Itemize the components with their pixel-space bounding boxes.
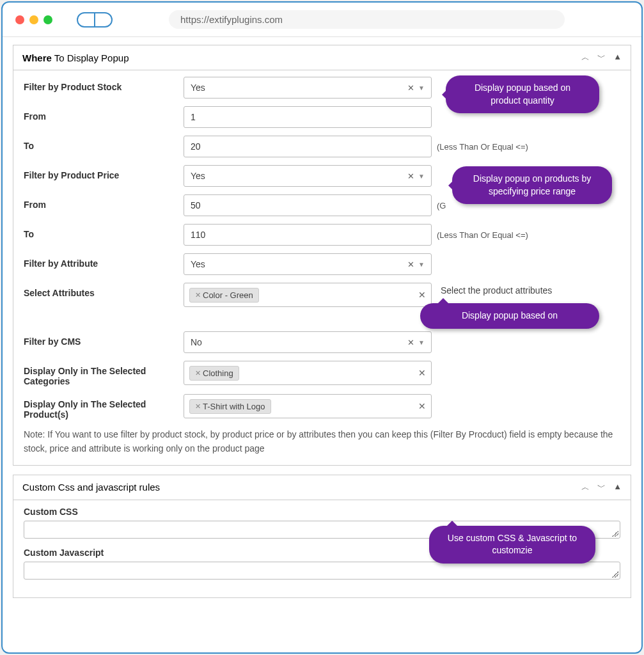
panel-custom-css-js: Custom Css and javascript rules ︿ ﹀ ▲ Cu…: [13, 475, 631, 598]
caret-down-icon: ▼: [418, 339, 425, 346]
select-price[interactable]: Yes ✕ ▼: [184, 165, 432, 187]
label-to-2: To: [24, 224, 184, 239]
clear-icon[interactable]: ✕: [418, 368, 426, 378]
window-maximize-icon[interactable]: [43, 15, 52, 24]
tag-tshirt[interactable]: ✕T-Shirt with Logo: [189, 399, 271, 414]
panel-header: Custom Css and javascript rules ︿ ﹀ ▲: [13, 475, 631, 500]
clear-icon[interactable]: ✕: [407, 171, 414, 181]
label-from-1: From: [24, 106, 184, 122]
label-products: Display Only in The Selected Product(s): [24, 394, 184, 420]
collapse-icon[interactable]: ▲: [613, 52, 622, 63]
callout-price: Display popup on products by specifying …: [452, 166, 612, 204]
input-to-1[interactable]: 20: [184, 136, 432, 157]
label-attribute: Filter by Attribute: [24, 253, 184, 269]
nav-toggle[interactable]: [77, 12, 113, 28]
label-stock: Filter by Product Stock: [24, 77, 184, 92]
chevron-up-icon[interactable]: ︿: [581, 482, 590, 493]
help-from-2: (G: [437, 194, 446, 210]
clear-icon[interactable]: ✕: [407, 83, 414, 93]
label-to-1: To: [24, 136, 184, 151]
callout-attribute: Display popup based on: [420, 303, 599, 329]
label-from-2: From: [24, 194, 184, 210]
tag-remove-icon[interactable]: ✕: [195, 291, 201, 299]
input-from-1[interactable]: 1: [184, 106, 432, 128]
browser-window: https://extifyplugins.com Where To Displ…: [1, 1, 643, 654]
chevron-up-icon[interactable]: ︿: [581, 52, 590, 63]
tagbox-products[interactable]: ✕T-Shirt with Logo ✕: [184, 394, 432, 418]
tag-color-green[interactable]: ✕Color - Green: [189, 288, 259, 303]
select-stock[interactable]: Yes ✕ ▼: [184, 77, 432, 99]
caret-down-icon: ▼: [418, 84, 425, 91]
window-minimize-icon[interactable]: [29, 15, 38, 24]
panel-where-display: Where To Display Popup ︿ ﹀ ▲ Filter by P…: [13, 45, 631, 466]
label-select-attributes: Select Attributes: [24, 283, 184, 298]
help-attributes: Select the product attributes: [441, 283, 620, 296]
tagbox-attributes[interactable]: ✕Color - Green ✕: [184, 283, 432, 307]
clear-icon[interactable]: ✕: [407, 260, 414, 269]
label-price: Filter by Product Price: [24, 165, 184, 180]
caret-down-icon: ▼: [418, 173, 425, 180]
panel-title: Where To Display Popup: [22, 52, 581, 63]
input-from-2[interactable]: 50: [184, 194, 432, 216]
tag-clothing[interactable]: ✕Clothing: [189, 366, 239, 381]
help-to-2: (Less Than Or Equal <=): [437, 224, 528, 240]
label-categories: Display Only in The Selected Categories: [24, 361, 184, 386]
browser-toolbar: https://extifyplugins.com: [3, 3, 641, 37]
clear-icon[interactable]: ✕: [418, 290, 426, 300]
caret-down-icon: ▼: [418, 261, 425, 268]
chevron-down-icon[interactable]: ﹀: [597, 482, 606, 493]
label-custom-css: Custom CSS: [24, 507, 620, 517]
clear-icon[interactable]: ✕: [407, 338, 414, 347]
callout-css-js: Use custom CSS & Javascript to customzie: [429, 526, 595, 564]
tag-remove-icon[interactable]: ✕: [195, 402, 201, 411]
clear-icon[interactable]: ✕: [418, 401, 426, 411]
url-bar[interactable]: https://extifyplugins.com: [169, 10, 565, 29]
tagbox-categories[interactable]: ✕Clothing ✕: [184, 361, 432, 385]
note-text: Note: If You want to use filter by produ…: [24, 427, 620, 456]
select-cms[interactable]: No ✕ ▼: [184, 331, 432, 353]
textarea-custom-js[interactable]: [24, 562, 620, 580]
window-close-icon[interactable]: [15, 15, 24, 24]
collapse-icon[interactable]: ▲: [613, 482, 622, 493]
tag-remove-icon[interactable]: ✕: [195, 369, 201, 377]
chevron-down-icon[interactable]: ﹀: [597, 52, 606, 63]
help-to-1: (Less Than Or Equal <=): [437, 136, 528, 152]
panel-header: Where To Display Popup ︿ ﹀ ▲: [13, 45, 631, 70]
callout-quantity: Display popup based on product quantity: [446, 75, 599, 113]
select-attribute[interactable]: Yes ✕ ▼: [184, 253, 432, 275]
panel-title: Custom Css and javascript rules: [22, 482, 581, 493]
label-cms: Filter by CMS: [24, 331, 184, 347]
input-to-2[interactable]: 110: [184, 224, 432, 246]
